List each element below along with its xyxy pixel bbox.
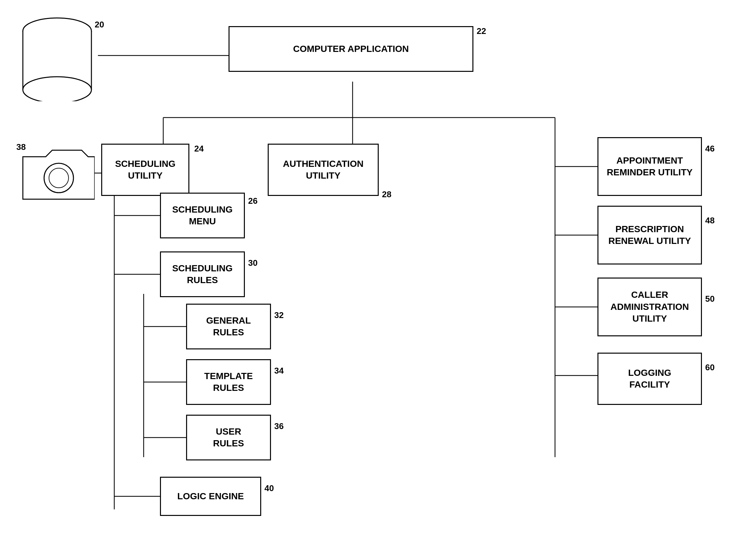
prescription-renewal-id: 48	[705, 216, 715, 226]
caller-administration-id: 50	[705, 294, 715, 304]
template-rules-id: 34	[274, 366, 284, 376]
diagram-container: 20 38 COMPUTER APPLICATION 22 SCHEDULING…	[0, 0, 730, 560]
scheduling-utility-id: 24	[194, 144, 204, 154]
logging-facility-id: 60	[705, 362, 715, 373]
svg-point-24	[23, 77, 91, 101]
computer-application-box: COMPUTER APPLICATION	[229, 26, 473, 72]
computer-application-id: 22	[477, 26, 486, 36]
scheduling-menu-id: 26	[248, 196, 258, 206]
logging-facility-box: LOGGING FACILITY	[597, 353, 702, 405]
scheduling-menu-box: SCHEDULING MENU	[160, 193, 245, 238]
logic-engine-box: LOGIC ENGINE	[160, 477, 261, 516]
appointment-reminder-id: 46	[705, 144, 715, 154]
user-rules-id: 36	[274, 421, 284, 431]
database-id-label: 20	[95, 20, 104, 30]
caller-administration-box: CALLER ADMINISTRATION UTILITY	[597, 278, 702, 336]
authentication-utility-box: AUTHENTICATION UTILITY	[268, 144, 379, 196]
database-cylinder	[20, 16, 95, 101]
camera-icon	[20, 147, 95, 206]
svg-point-27	[49, 168, 69, 188]
scheduling-rules-box: SCHEDULING RULES	[160, 251, 245, 297]
prescription-renewal-box: PRESCRIPTION RENEWAL UTILITY	[597, 206, 702, 264]
scheduling-utility-box: SCHEDULING UTILITY	[101, 144, 189, 196]
camera-id-label: 38	[16, 142, 26, 152]
appointment-reminder-box: APPOINTMENT REMINDER UTILITY	[597, 137, 702, 196]
scheduling-rules-id: 30	[248, 258, 258, 268]
general-rules-box: GENERAL RULES	[186, 304, 271, 349]
template-rules-box: TEMPLATE RULES	[186, 359, 271, 405]
logic-engine-id: 40	[265, 483, 274, 493]
user-rules-box: USER RULES	[186, 415, 271, 460]
general-rules-id: 32	[274, 310, 284, 320]
authentication-utility-id: 28	[382, 189, 391, 200]
